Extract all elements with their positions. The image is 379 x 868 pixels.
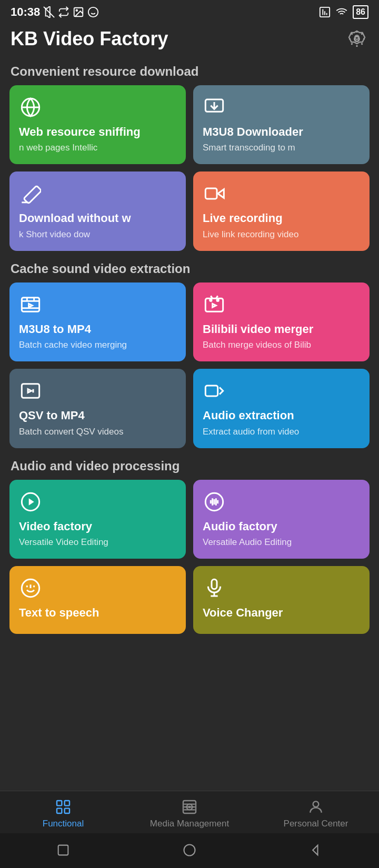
card-audio-factory-title: Audio factory — [203, 520, 360, 533]
nav-item-functional[interactable]: Functional — [0, 798, 126, 829]
content-area: Convenient resource download Web resourc… — [0, 59, 379, 723]
svg-marker-60 — [313, 845, 317, 855]
nav-item-personal[interactable]: Personal Center — [253, 798, 379, 829]
svg-marker-36 — [29, 498, 34, 505]
system-navigation — [0, 833, 379, 868]
mute-icon — [43, 6, 55, 18]
home-button[interactable] — [54, 841, 73, 860]
nav-label-media: Media Management — [150, 819, 229, 829]
card-download-without-subtitle: k Short video dow — [19, 229, 176, 240]
card-m3u8-mp4-subtitle: Batch cache video merging — [19, 339, 176, 351]
download-video-icon — [203, 96, 226, 119]
film-play-icon — [19, 293, 42, 316]
card-web-sniffing-title: Web resource sniffing — [19, 125, 176, 139]
face-id-icon — [87, 6, 99, 18]
svg-point-29 — [217, 299, 218, 301]
card-m3u8-downloader[interactable]: M3U8 Downloader Smart transcoding to m — [193, 85, 370, 164]
wifi-icon — [335, 6, 348, 18]
status-right: 86 — [319, 5, 368, 19]
svg-rect-58 — [58, 845, 68, 855]
svg-marker-32 — [28, 389, 32, 393]
gear-icon — [347, 29, 366, 48]
svg-rect-34 — [205, 386, 217, 396]
card-m3u8-mp4-title: M3U8 to MP4 — [19, 322, 176, 336]
card-qsv-mp4[interactable]: QSV to MP4 Batch convert QSV videos — [9, 369, 186, 448]
card-qsv-mp4-title: QSV to MP4 — [19, 409, 176, 422]
card-text-to-speech[interactable]: Text to speech — [9, 566, 186, 633]
card-video-factory-subtitle: Versatile Video Editing — [19, 537, 176, 548]
section-title-cache: Cache sound video extraction — [0, 256, 379, 282]
play-circle-icon — [19, 490, 42, 513]
nav-item-media[interactable]: Media Management — [126, 798, 253, 829]
card-web-sniffing[interactable]: Web resource sniffing n web pages Intell… — [9, 85, 186, 164]
cache-cards-grid: M3U8 to MP4 Batch cache video merging Bi… — [0, 282, 379, 453]
svg-point-3 — [88, 7, 98, 17]
processing-cards-grid: Video factory Versatile Video Editing Au… — [0, 480, 379, 639]
card-text-to-speech-title: Text to speech — [19, 606, 176, 620]
download-cards-grid: Web resource sniffing n web pages Intell… — [0, 85, 379, 256]
card-video-factory[interactable]: Video factory Versatile Video Editing — [9, 480, 186, 559]
time-display: 10:38 — [11, 5, 40, 19]
sim-icon — [319, 6, 331, 18]
card-bilibili-merger[interactable]: Bilibili video merger Batch merge videos… — [193, 282, 370, 361]
card-web-sniffing-subtitle: n web pages Intellic — [19, 142, 176, 154]
nav-label-functional: Functional — [43, 819, 84, 829]
card-download-without-title: Download without w — [19, 211, 176, 225]
card-bilibili-merger-title: Bilibili video merger — [203, 322, 360, 336]
card-live-recording-title: Live recording — [203, 211, 360, 225]
section-title-download: Convenient resource download — [0, 59, 379, 85]
card-voice-changer[interactable]: Voice Changer — [193, 566, 370, 633]
svg-rect-51 — [65, 801, 69, 805]
svg-point-59 — [184, 845, 195, 856]
recents-button[interactable] — [180, 841, 199, 860]
app-title: KB Video Factory — [11, 28, 168, 50]
card-audio-factory-subtitle: Versatile Audio Editing — [203, 537, 360, 548]
nav-label-personal: Personal Center — [284, 819, 348, 829]
back-button[interactable] — [306, 841, 325, 860]
tv-play-icon — [203, 293, 226, 316]
svg-marker-30 — [213, 304, 216, 307]
globe-icon — [19, 96, 42, 119]
audio-wave-icon — [203, 379, 226, 402]
video-camera-icon — [203, 182, 226, 205]
personal-center-icon — [306, 798, 325, 816]
speech-wave-icon — [19, 577, 42, 600]
card-m3u8-mp4[interactable]: M3U8 to MP4 Batch cache video merging — [9, 282, 186, 361]
svg-rect-53 — [65, 809, 69, 813]
gallery-icon — [73, 6, 84, 18]
svg-rect-47 — [212, 580, 217, 589]
card-video-factory-title: Video factory — [19, 520, 176, 533]
svg-marker-20 — [218, 189, 224, 198]
card-audio-extraction-title: Audio extraction — [203, 409, 360, 422]
eraser-icon — [19, 182, 42, 205]
section-title-processing: Audio and video processing — [0, 453, 379, 480]
svg-rect-52 — [57, 809, 62, 813]
nav-items: Functional Media Management — [0, 791, 379, 833]
media-management-icon — [180, 798, 199, 816]
card-m3u8-downloader-subtitle: Smart transcoding to m — [203, 142, 360, 154]
svg-marker-26 — [29, 304, 33, 307]
svg-point-28 — [210, 299, 212, 301]
sync-icon — [58, 6, 69, 18]
battery-indicator: 86 — [353, 5, 368, 19]
svg-rect-19 — [205, 188, 217, 199]
app-header: KB Video Factory — [0, 22, 379, 59]
status-left: 10:38 — [11, 5, 99, 19]
svg-point-2 — [76, 9, 78, 11]
card-download-without[interactable]: Download without w k Short video dow — [9, 171, 186, 250]
bottom-navigation: Functional Media Management — [0, 791, 379, 868]
svg-marker-12 — [349, 31, 365, 44]
card-bilibili-merger-subtitle: Batch merge videos of Bilib — [203, 339, 360, 351]
svg-point-56 — [189, 806, 191, 808]
card-qsv-mp4-subtitle: Batch convert QSV videos — [19, 426, 176, 438]
card-audio-extraction[interactable]: Audio extraction Extract audio from vide… — [193, 369, 370, 448]
audio-bar-icon — [203, 490, 226, 513]
card-live-recording-subtitle: Live link recording video — [203, 229, 360, 240]
settings-button[interactable] — [345, 27, 368, 51]
svg-point-13 — [355, 35, 359, 39]
svg-point-57 — [313, 801, 319, 807]
card-audio-extraction-subtitle: Extract audio from video — [203, 426, 360, 438]
card-audio-factory[interactable]: Audio factory Versatile Audio Editing — [193, 480, 370, 559]
svg-rect-50 — [57, 801, 62, 805]
card-live-recording[interactable]: Live recording Live link recording video — [193, 171, 370, 250]
